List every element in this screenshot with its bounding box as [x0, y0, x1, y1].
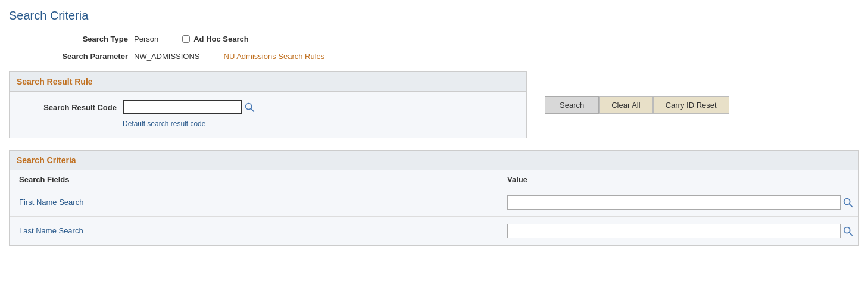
search-type-label: Search Type [45, 35, 128, 43]
svg-line-3 [850, 204, 853, 207]
clear-all-button[interactable]: Clear All [599, 96, 652, 114]
criteria-value-cell-1 [507, 224, 853, 238]
criteria-body: Search Fields Value First Name Search La… [10, 170, 858, 245]
criteria-search-icon-1 [842, 226, 853, 236]
criteria-field-name-1: Last Name Search [19, 226, 507, 235]
result-code-label: Search Result Code [21, 103, 117, 112]
criteria-row: First Name Search [10, 188, 858, 217]
page-container: Search Criteria Search Type Person Ad Ho… [0, 0, 868, 252]
middle-layout: Search Result Rule Search Result Code De… [9, 71, 859, 138]
criteria-search-button-0[interactable] [842, 197, 853, 208]
criteria-search-button-1[interactable] [842, 226, 853, 236]
criteria-value-input-0[interactable] [507, 195, 841, 210]
criteria-section: Search Criteria Search Fields Value Firs… [9, 150, 859, 246]
criteria-row: Last Name Search [10, 217, 858, 245]
result-code-search-button[interactable] [244, 102, 255, 113]
svg-line-5 [850, 232, 853, 235]
criteria-section-header: Search Criteria [10, 151, 858, 170]
search-param-value: NW_ADMISSIONS [134, 52, 200, 61]
search-param-label: Search Parameter [45, 52, 128, 61]
adhoc-label: Ad Hoc Search [193, 35, 248, 43]
search-param-link[interactable]: NU Admissions Search Rules [224, 52, 325, 61]
default-link-row: Default search result code [21, 119, 514, 128]
col-fields-header: Search Fields [19, 175, 507, 184]
criteria-search-icon-0 [842, 197, 853, 208]
criteria-rows-container: First Name Search Last Name Search [10, 188, 858, 245]
result-code-search-icon [244, 102, 255, 113]
col-value-header: Value [507, 175, 527, 184]
criteria-value-cell-0 [507, 195, 853, 210]
carry-id-reset-button[interactable]: Carry ID Reset [653, 96, 729, 114]
result-rule-body: Search Result Code Default search result… [10, 92, 526, 138]
action-buttons: Search Clear All Carry ID Reset [545, 96, 729, 114]
result-rule-section: Search Result Rule Search Result Code De… [9, 71, 527, 138]
page-title: Search Criteria [9, 6, 859, 23]
result-code-input[interactable] [123, 100, 242, 114]
result-rule-header: Search Result Rule [10, 72, 526, 92]
svg-line-1 [251, 109, 254, 112]
result-code-row: Search Result Code [21, 100, 514, 114]
adhoc-checkbox[interactable] [182, 35, 190, 43]
search-type-row: Search Type Person Ad Hoc Search [45, 35, 859, 43]
search-button[interactable]: Search [545, 96, 599, 114]
search-param-row: Search Parameter NW_ADMISSIONS NU Admiss… [45, 52, 859, 61]
criteria-field-name-0: First Name Search [19, 198, 507, 207]
default-search-result-link[interactable]: Default search result code [123, 120, 205, 128]
criteria-columns-row: Search Fields Value [10, 170, 858, 188]
criteria-value-input-1[interactable] [507, 224, 841, 238]
adhoc-row: Ad Hoc Search [182, 35, 248, 43]
search-type-value: Person [134, 35, 158, 43]
